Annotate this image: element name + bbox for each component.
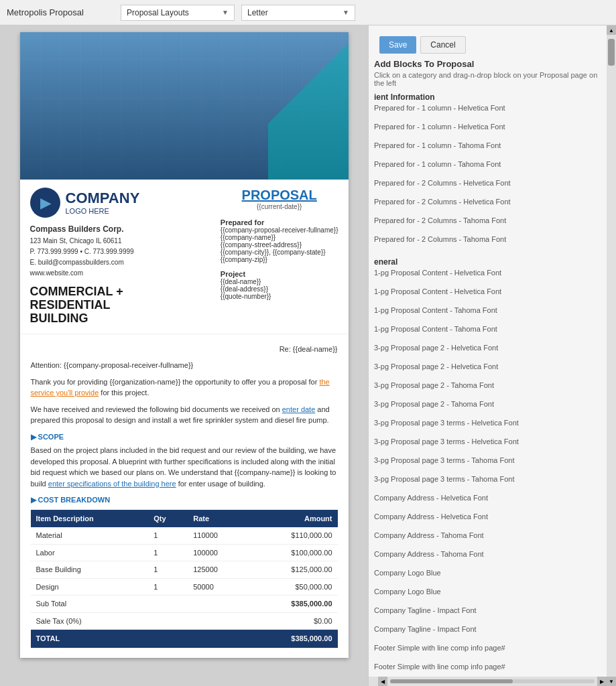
sidebar-item[interactable]: 3-pg Proposal page 2 - Tahoma Font bbox=[374, 399, 603, 409]
layouts-chevron-icon: ▼ bbox=[222, 9, 229, 16]
sidebar-item[interactable]: 1-pg Proposal Content - Helvetica Font bbox=[374, 287, 603, 296]
hscroll-track bbox=[390, 679, 595, 683]
row-amount: $50,000.00 bbox=[249, 578, 338, 596]
sidebar-item[interactable]: Company Tagline - Impact Font bbox=[374, 606, 603, 615]
letter-body-1: Thank you for providing {{organization-n… bbox=[31, 376, 338, 399]
sidebar-item[interactable]: 3-pg Proposal page 3 terms - Tahoma Font bbox=[374, 456, 603, 465]
sidebar-category-label: ient Information bbox=[374, 92, 603, 102]
cost-section-link[interactable]: ▶ COST BREAKDOWN bbox=[31, 494, 338, 506]
row-desc: Design bbox=[31, 578, 149, 596]
sidebar-item[interactable]: Prepared for - 2 Columns - Helvetica Fon… bbox=[374, 178, 603, 188]
company-name-block: COMPANY LOGO HERE bbox=[66, 190, 140, 214]
sidebar-item[interactable]: Company Address - Helvetica Font bbox=[374, 512, 603, 521]
company-address: 123 Main St, Chicago IL 60611 bbox=[30, 236, 210, 247]
company-website: www.website.com bbox=[30, 268, 210, 279]
sidebar-category-block: ient InformationPrepared for - 1 column … bbox=[374, 92, 603, 253]
scroll-right-btn[interactable]: ▶ bbox=[597, 677, 607, 686]
letter-attention: Attention: {{company-proposal-receiver-f… bbox=[31, 360, 338, 371]
table-row: Design 1 50000 $50,000.00 bbox=[31, 578, 338, 596]
add-blocks-subtext: Click on a category and drag-n-drop bloc… bbox=[374, 71, 603, 87]
sidebar-item[interactable]: Prepared for - 1 column - Tahoma Font bbox=[374, 159, 603, 169]
sidebar-content: Save Cancel Add Blocks To Proposal Click… bbox=[369, 25, 616, 677]
sidebar-item[interactable]: Prepared for - 1 column - Helvetica Font bbox=[374, 122, 603, 131]
sidebar-vscrollbar[interactable]: ▲ ▼ bbox=[607, 25, 616, 686]
size-dropdown[interactable]: Letter ▼ bbox=[241, 5, 355, 21]
layouts-dropdown[interactable]: Proposal Layouts ▼ bbox=[121, 5, 235, 21]
scroll-thumb[interactable] bbox=[608, 39, 615, 66]
row-qty: 1 bbox=[148, 527, 188, 544]
scroll-up-btn[interactable]: ▲ bbox=[607, 25, 616, 35]
tax-row: Sale Tax (0%) $0.00 bbox=[31, 612, 338, 630]
col-header-amount: Amount bbox=[249, 510, 338, 528]
main-layout: ▶ COMPANY LOGO HERE Compass Builders Cor… bbox=[0, 25, 616, 686]
total-label: TOTAL bbox=[31, 630, 249, 648]
sidebar-item[interactable]: 3-pg Proposal page 3 terms - Helvetica F… bbox=[374, 418, 603, 427]
prepared-for-label: Prepared for bbox=[221, 218, 338, 226]
sidebar-item[interactable]: 3-pg Proposal page 3 terms - Tahoma Font bbox=[374, 474, 603, 484]
scroll-down-btn[interactable]: ▼ bbox=[607, 677, 616, 686]
company-logo: ▶ COMPANY LOGO HERE bbox=[30, 188, 210, 218]
proposal-date: {{current-date}} bbox=[221, 203, 338, 210]
sidebar-panel: ▲ ▼ Save Cancel Add Blocks To Proposal C… bbox=[368, 25, 616, 686]
cancel-button[interactable]: Cancel bbox=[420, 36, 465, 54]
table-row: Base Building 1 125000 $125,000.00 bbox=[31, 561, 338, 579]
proposal-doc-title: PROPOSAL bbox=[221, 188, 338, 203]
col-header-qty: Qty bbox=[148, 510, 188, 528]
sidebar-item[interactable]: 3-pg Proposal page 3 terms - Helvetica F… bbox=[374, 437, 603, 446]
prepared-for-address: {{company-street-address}} bbox=[221, 241, 338, 249]
sidebar-item[interactable]: Footer Simple with line comp info page# bbox=[374, 662, 603, 671]
sidebar-item[interactable]: 1-pg Proposal Content - Tahoma Font bbox=[374, 324, 603, 334]
scroll-left-btn[interactable]: ◀ bbox=[378, 677, 387, 686]
save-button[interactable]: Save bbox=[379, 36, 416, 54]
hscroll-thumb[interactable] bbox=[390, 679, 513, 683]
row-desc: Base Building bbox=[31, 561, 149, 579]
sidebar-item[interactable]: Footer Simple with line comp info page# bbox=[374, 643, 603, 653]
total-val: $385,000.00 bbox=[249, 630, 338, 648]
scope-section-link[interactable]: ▶ SCOPE bbox=[31, 431, 338, 443]
proposal-right: PROPOSAL {{current-date}} Prepared for {… bbox=[221, 188, 338, 326]
proposal-preview[interactable]: ▶ COMPANY LOGO HERE Compass Builders Cor… bbox=[0, 25, 368, 686]
project-label: Project bbox=[221, 270, 338, 278]
sidebar-item[interactable]: Company Address - Tahoma Font bbox=[374, 531, 603, 540]
sidebar-item[interactable]: 3-pg Proposal page 2 - Tahoma Font bbox=[374, 381, 603, 390]
row-amount: $125,000.00 bbox=[249, 561, 338, 579]
total-row: TOTAL $385,000.00 bbox=[31, 630, 338, 648]
subtotal-val: $385,000.00 bbox=[249, 596, 338, 613]
sidebar-item[interactable]: Prepared for - 2 Columns - Helvetica Fon… bbox=[374, 197, 603, 206]
project-address: {{deal-address}} bbox=[221, 285, 338, 293]
sidebar-category-label: eneral bbox=[374, 257, 603, 267]
sidebar-item[interactable]: 1-pg Proposal Content - Helvetica Font bbox=[374, 268, 603, 277]
sidebar-item[interactable]: Company Logo Blue bbox=[374, 568, 603, 577]
sidebar-hscrollbar[interactable]: ◀ ▶ bbox=[369, 677, 616, 686]
sidebar-item[interactable]: 3-pg Proposal page 2 - Helvetica Font bbox=[374, 362, 603, 371]
letter-re: Re: {{deal-name}} bbox=[31, 344, 338, 355]
action-buttons: Save Cancel bbox=[374, 31, 603, 59]
add-blocks-heading: Add Blocks To Proposal bbox=[374, 59, 603, 69]
scope-body: Based on the project plans included in t… bbox=[31, 445, 338, 489]
company-email: E. build@compassbuilders.com bbox=[30, 257, 210, 268]
sidebar-item[interactable]: Prepared for - 2 Columns - Tahoma Font bbox=[374, 216, 603, 225]
sidebar-item[interactable]: Prepared for - 1 column - Tahoma Font bbox=[374, 141, 603, 150]
sidebar-item[interactable]: Company Address - Tahoma Font bbox=[374, 549, 603, 559]
project-quote: {{quote-number}} bbox=[221, 293, 338, 300]
row-rate: 50000 bbox=[188, 578, 249, 596]
sidebar-item[interactable]: 1-pg Proposal Content - Tahoma Font bbox=[374, 305, 603, 315]
sidebar-category-block: eneral1-pg Proposal Content - Helvetica … bbox=[374, 257, 603, 677]
sidebar-item[interactable]: Company Address - Helvetica Font bbox=[374, 493, 603, 502]
tax-val: $0.00 bbox=[249, 612, 338, 630]
company-name-line2: LOGO HERE bbox=[66, 207, 140, 215]
sidebar-item[interactable]: Prepared for - 1 column - Helvetica Font bbox=[374, 103, 603, 113]
sidebar-item[interactable]: 3-pg Proposal page 2 - Helvetica Font bbox=[374, 343, 603, 352]
top-bar: Metropolis Proposal Proposal Layouts ▼ L… bbox=[0, 0, 616, 25]
company-phone: P. 773.999.9999 • C. 773.999.9999 bbox=[30, 247, 210, 257]
size-chevron-icon: ▼ bbox=[343, 9, 349, 16]
sidebar-item[interactable]: Company Logo Blue bbox=[374, 587, 603, 596]
col-header-desc: Item Description bbox=[31, 510, 149, 528]
table-row: Material 1 110000 $110,000.00 bbox=[31, 527, 338, 544]
row-rate: 110000 bbox=[188, 527, 249, 544]
sidebar-item[interactable]: Prepared for - 2 Columns - Tahoma Font bbox=[374, 234, 603, 244]
company-name-line1: COMPANY bbox=[66, 190, 140, 206]
prepared-for-zip: {{company-zip}} bbox=[221, 256, 338, 263]
company-info: Compass Builders Corp. 123 Main St, Chic… bbox=[30, 223, 210, 279]
sidebar-item[interactable]: Company Tagline - Impact Font bbox=[374, 624, 603, 634]
